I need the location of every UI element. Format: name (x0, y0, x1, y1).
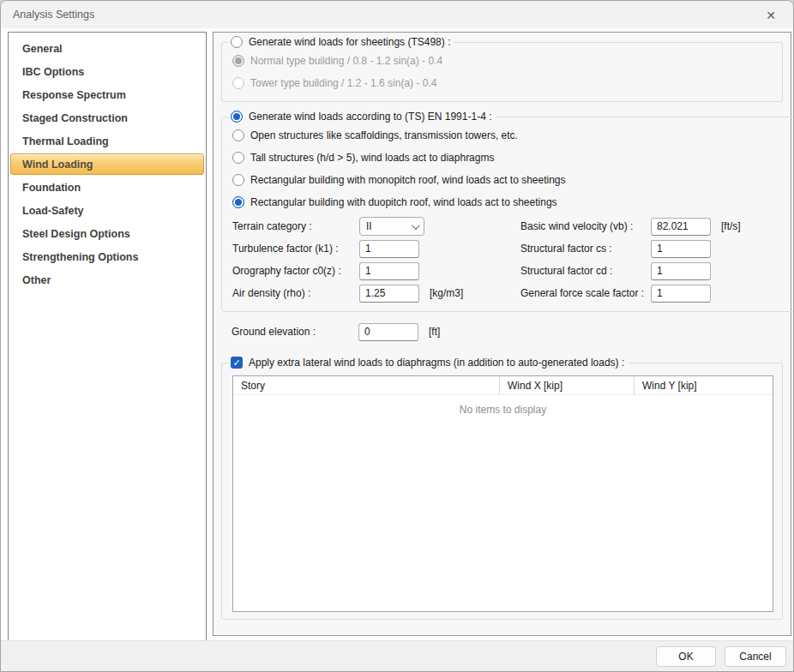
ok-button[interactable]: OK (656, 646, 716, 667)
ground-elevation-row: Ground elevation : [ft] (232, 321, 783, 343)
duopitch-roof-option[interactable]: Rectangular building with duopitch roof,… (231, 191, 794, 213)
open-structures-option[interactable]: Open structures like scaffoldings, trans… (231, 124, 794, 147)
sidebar-item-ibc-options[interactable]: IBC Options (9, 60, 206, 83)
settings-category-list: General IBC Options Response Spectrum St… (8, 32, 207, 642)
basic-wind-velocity-label: Basic wind velocity (vb) : (520, 220, 651, 232)
air-density-unit: [kg/m3] (428, 287, 520, 299)
normal-type-building-option: Normal type building / 0.8 - 1.2 sin(a) … (231, 50, 773, 72)
monopitch-roof-label: Rectangular building with monopitch roof… (250, 174, 566, 186)
title-bar: Analysis Settings ✕ (1, 1, 793, 28)
extra-loads-table-header: Story Wind X [kip] Wind Y [kip] (233, 376, 773, 395)
sidebar-item-staged-construction[interactable]: Staged Construction (9, 106, 206, 129)
ts498-radio[interactable] (231, 36, 243, 48)
force-scale-factor-input[interactable] (651, 285, 711, 303)
column-header-wind-y[interactable]: Wind Y [kip] (634, 376, 773, 394)
chevron-down-icon (412, 221, 420, 230)
terrain-category-value: II (366, 220, 372, 232)
tall-structures-label: Tall structures (h/d > 5), wind loads ac… (250, 152, 494, 164)
air-density-label: Air density (rho) : (232, 287, 359, 299)
tower-type-building-radio (232, 77, 244, 89)
dialog-footer: OK Cancel (1, 640, 793, 671)
structural-factor-cs-input[interactable] (651, 240, 711, 258)
table-empty-message: No items to display (233, 404, 773, 416)
monopitch-roof-option[interactable]: Rectangular building with monopitch roof… (231, 169, 794, 191)
turbulence-factor-label: Turbulence factor (k1) : (232, 243, 359, 255)
ts498-group-label: Generate wind loads for sheetings (TS498… (249, 36, 450, 48)
normal-type-building-radio (232, 55, 244, 67)
analysis-settings-dialog: Analysis Settings ✕ General IBC Options … (0, 0, 794, 672)
en1991-group-label: Generate wind loads according to (TS) EN… (249, 111, 491, 123)
extra-loads-table[interactable]: Story Wind X [kip] Wind Y [kip] No items… (232, 375, 773, 612)
column-header-wind-x[interactable]: Wind X [kip] (499, 376, 634, 394)
ground-elevation-label: Ground elevation : (232, 326, 358, 338)
tall-structures-option[interactable]: Tall structures (h/d > 5), wind loads ac… (231, 147, 794, 169)
normal-type-building-label: Normal type building / 0.8 - 1.2 sin(a) … (250, 55, 442, 67)
wind-loading-panel: Generate wind loads for sheetings (TS498… (213, 32, 791, 636)
sidebar-item-strengthening-options[interactable]: Strengthening Options (9, 245, 206, 268)
open-structures-radio[interactable] (232, 129, 244, 141)
sidebar-item-foundation[interactable]: Foundation (9, 176, 206, 199)
close-icon[interactable]: ✕ (754, 3, 788, 27)
basic-wind-velocity-input[interactable] (651, 218, 711, 236)
open-structures-label: Open structures like scaffoldings, trans… (250, 129, 518, 141)
orography-factor-input[interactable] (359, 262, 419, 280)
en1991-group: Generate wind loads according to (TS) EN… (221, 111, 794, 312)
sidebar-item-load-safety[interactable]: Load-Safety (9, 199, 206, 222)
sidebar-item-general[interactable]: General (9, 37, 206, 60)
structural-factor-cd-input[interactable] (651, 262, 711, 280)
terrain-category-select[interactable]: II (359, 217, 424, 236)
sidebar-item-wind-loading[interactable]: Wind Loading (10, 153, 204, 175)
extra-lateral-loads-group: ✓ Apply extra lateral wind loads to diap… (221, 357, 783, 620)
air-density-input[interactable] (359, 285, 419, 303)
duopitch-roof-radio[interactable] (232, 196, 244, 208)
cancel-button[interactable]: Cancel (725, 646, 786, 667)
ts498-group: Generate wind loads for sheetings (TS498… (221, 36, 783, 102)
wind-parameters: Terrain category : II Basic wind velocit… (231, 215, 794, 304)
sidebar-item-steel-design-options[interactable]: Steel Design Options (9, 222, 206, 245)
basic-wind-velocity-unit: [ft/s] (719, 220, 794, 232)
ground-elevation-input[interactable] (358, 323, 418, 341)
tall-structures-radio[interactable] (232, 152, 244, 164)
tower-type-building-option: Tower type building / 1.2 - 1.6 sin(a) -… (231, 72, 773, 94)
terrain-category-label: Terrain category : (232, 220, 359, 232)
ground-elevation-unit: [ft] (427, 326, 520, 338)
sidebar-item-other[interactable]: Other (9, 268, 206, 291)
tower-type-building-label: Tower type building / 1.2 - 1.6 sin(a) -… (250, 77, 436, 89)
sidebar-item-response-spectrum[interactable]: Response Spectrum (9, 83, 206, 106)
force-scale-factor-label: General force scale factor : (520, 287, 651, 299)
window-title: Analysis Settings (13, 9, 94, 21)
en1991-radio[interactable] (231, 111, 243, 123)
orography-factor-label: Orography factor c0(z) : (232, 265, 359, 277)
structural-factor-cs-label: Structural factor cs : (520, 243, 651, 255)
duopitch-roof-label: Rectangular building with duopitch roof,… (250, 196, 557, 208)
sidebar-item-thermal-loading[interactable]: Thermal Loading (9, 129, 206, 153)
turbulence-factor-input[interactable] (359, 240, 419, 258)
extra-lateral-loads-checkbox[interactable]: ✓ (231, 357, 243, 369)
structural-factor-cd-label: Structural factor cd : (520, 265, 651, 277)
extra-lateral-loads-label: Apply extra lateral wind loads to diaphr… (249, 357, 624, 369)
monopitch-roof-radio[interactable] (232, 174, 244, 186)
column-header-story[interactable]: Story (233, 376, 499, 394)
